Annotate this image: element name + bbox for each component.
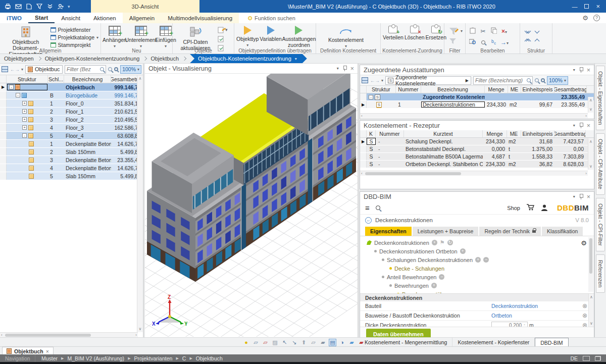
dbd-tree-node[interactable]: Schalungen Deckenkonstruktionen+− xyxy=(364,255,594,264)
side-tab-objekt-eigenschaften[interactable]: Objekt - Eigenschaften xyxy=(596,66,605,130)
table-layout-icon[interactable] xyxy=(362,76,368,84)
select-visible-icon[interactable]: ▱ xyxy=(252,339,260,346)
context-tab-3d-ansicht[interactable]: 3D-Ansicht xyxy=(91,0,199,13)
navigate-arrows-icon[interactable]: ←→ xyxy=(10,67,19,72)
keyboard-icon[interactable] xyxy=(583,356,590,361)
dbd-tree-node[interactable]: Anteil Bewehrungen− xyxy=(364,273,594,281)
ausstattungen-combo[interactable]: SZugeordnete Kostenelemente▶ xyxy=(385,76,471,85)
left-table-header[interactable]: Struktur Schl... Bezeichnung Gesamtbetra… xyxy=(0,75,143,83)
breadcrumb-active-tab[interactable]: Objektbuch-Kostenelementzuordnung▾ xyxy=(190,54,307,63)
clear-value-icon[interactable]: ⊗ xyxy=(581,302,589,309)
left-vertical-scrollbar[interactable]: ∧∨ xyxy=(137,75,143,332)
objektbuch-tree-row[interactable]: 2Slab 150mm5.499,89 xyxy=(0,148,143,156)
ersetzen-button[interactable]: ↻Ersetzen xyxy=(426,25,446,40)
rezeptur-row[interactable]: S-Ortbeton Deckenpl. Stahlbeton C30/37 D… xyxy=(360,161,594,168)
variablen-button[interactable]: Variablen xyxy=(260,25,282,42)
objekttyp-button[interactable]: Objekttyp▾ xyxy=(236,25,259,47)
light-icon[interactable]: ● xyxy=(242,339,250,346)
tab-multimodellvisualisierung[interactable]: Multimodellvisualisierung xyxy=(161,13,239,23)
objektbuch-tree-row[interactable]: 3Deckenplatte Beton 200mm23.355,49 xyxy=(0,156,143,164)
shop-link[interactable]: Shop xyxy=(507,205,520,211)
edit-page-icon[interactable]: ▾ xyxy=(217,27,228,34)
pin-icon[interactable] xyxy=(579,123,583,128)
dbd-tree-node[interactable]: Bewehrungen+ xyxy=(364,281,594,290)
tab-allgemein[interactable]: Allgemein xyxy=(123,13,162,23)
breadcrumb-item[interactable]: Objekttypen xyxy=(4,56,34,62)
dbd-tree-node[interactable]: Decke - Schalungen xyxy=(364,264,594,273)
dbd-tree-scrollbar[interactable] xyxy=(588,237,593,292)
contrast-icon[interactable]: ◑ xyxy=(338,339,346,346)
navigate-caret-icon[interactable]: ▾ xyxy=(21,67,23,72)
navigation-label[interactable]: Navigation xyxy=(0,354,35,362)
panel-menu-icon[interactable]: ▾ xyxy=(573,194,575,199)
copy-view-icon[interactable]: ▱ xyxy=(310,339,317,346)
unterelement-button[interactable]: + Unterelement▾ xyxy=(127,25,155,48)
verteilen-button[interactable]: +Verteilen xyxy=(383,25,403,40)
dbd-tree-node[interactable]: Deckenkonstruktionen+⚑↻ xyxy=(364,238,594,247)
objektbuch-tree-row[interactable]: +3Floor_2210.495,53 xyxy=(0,116,143,124)
close-panel-icon[interactable]: × xyxy=(587,67,590,74)
dbd-tab-klassifikation[interactable]: Klassifikation xyxy=(542,227,583,236)
ausstattungen-v-scrollbar[interactable]: ∧∨ xyxy=(588,97,593,113)
objektbuch-tree-row[interactable]: +1Floor_0351.834,18 xyxy=(0,99,143,108)
clear-value-icon[interactable]: ⊗ xyxy=(581,322,589,327)
zoom-next-icon[interactable]: ↘ xyxy=(290,339,298,346)
objektbuch-tree-row[interactable]: -BBürogebäude999.146,77 xyxy=(0,91,143,99)
tab-aktionen[interactable]: Aktionen xyxy=(87,13,123,23)
check-page-icon[interactable] xyxy=(217,36,228,43)
filter-icon[interactable] xyxy=(36,3,43,10)
property-value-link[interactable]: Ortbeton xyxy=(491,313,581,319)
ausstattungen-zuordnen-button[interactable]: Ausstattungen zuordnen xyxy=(283,25,315,48)
view-combo[interactable]: Objektbuc xyxy=(25,65,63,74)
bottom-tab-kostenelement-mengenermittlung[interactable]: Kostenelement - Mengenermittlung xyxy=(360,338,452,347)
pin-icon[interactable] xyxy=(579,194,583,199)
dbd-settings-gear-icon[interactable]: ⚙ xyxy=(581,239,587,247)
breadcrumb-item[interactable]: Objekttypen-Kostenelementzuordnung xyxy=(45,56,140,62)
zoom-in-icon[interactable] xyxy=(114,65,118,73)
tab-itwo[interactable]: iTWO xyxy=(0,13,28,23)
rezeptur-v-scrollbar[interactable]: ∧∨ xyxy=(588,138,593,170)
zoom-prev-icon[interactable]: ↖ xyxy=(281,339,288,346)
bottom-tab-kostenelement-kopierfenster[interactable]: Kostenelement - Kopierfenster xyxy=(452,338,535,347)
loeschen-button[interactable]: ×Löschen xyxy=(405,25,425,40)
stammprojekt-button[interactable]: Stammprojekt xyxy=(50,42,98,48)
filter-edit-icon[interactable]: ▾ xyxy=(449,28,458,36)
rezeptur-row[interactable]: S-Betonstabstahl Deckenpl.0,000t1.375,00… xyxy=(360,145,594,153)
property-row[interactable]: BauteilDeckenkonstruktion⊗ xyxy=(360,301,594,311)
mail-icon[interactable] xyxy=(15,3,22,10)
minimize-button[interactable]: — xyxy=(572,4,577,10)
objektbuch-tree-row[interactable]: -5Floor_463.608,81 xyxy=(0,132,143,140)
filter-search-icon[interactable] xyxy=(100,67,104,71)
table-layout-icon[interactable] xyxy=(2,65,8,73)
function-search[interactable]: Funktion suchen xyxy=(248,13,295,23)
settings-gear-icon[interactable]: ⚙ xyxy=(582,14,588,22)
projektfenster-button[interactable]: Projektfenster xyxy=(50,27,98,33)
help-icon[interactable]: ? xyxy=(593,15,600,21)
panel-menu-icon[interactable]: ▾ xyxy=(573,68,575,72)
path-segment[interactable]: Projektvarianten xyxy=(134,355,173,361)
side-tab-objekt-cpi-filter[interactable]: Objekt - CPI-Filter xyxy=(596,198,605,251)
dicke-input[interactable]: 0,200⌃ xyxy=(491,322,528,327)
user-icon[interactable] xyxy=(57,3,64,10)
dbd-tab-eigenschaften[interactable]: Eigenschaften xyxy=(365,227,412,236)
zoom-out-icon[interactable] xyxy=(535,76,539,84)
panel-menu-icon[interactable]: ▾ xyxy=(573,123,575,128)
filter-clear-icon[interactable] xyxy=(449,38,456,44)
pin-icon[interactable] xyxy=(343,66,346,71)
objektbuch-tree-row[interactable]: 4Deckenplatte Beton 200mm14.626,77 xyxy=(0,164,143,172)
solid-view-icon[interactable]: ▰ xyxy=(348,339,356,346)
dbd-tree-node[interactable]: Deckenkonstruktionen Ortbeton+ xyxy=(364,247,594,255)
close-panel-icon[interactable]: × xyxy=(587,193,590,200)
dbd-tree-node[interactable]: Bewehrungsstäbe xyxy=(364,290,594,293)
props-scrollbar[interactable]: ∧∨ xyxy=(588,294,594,327)
goto-icon[interactable]: →▾ xyxy=(500,39,508,46)
rezeptur-row[interactable]: ▶S-Schalung Deckenpl.234,330m231,687.423… xyxy=(360,138,594,145)
ausstattungen-table-header[interactable]: StrukturNummerBezeichnungMengeMEEinheits… xyxy=(360,86,594,93)
rezeptur-h-scrollbar[interactable]: ‹› xyxy=(360,171,588,176)
zoom-out-icon[interactable] xyxy=(108,65,112,73)
chart-mode-icon[interactable]: ▤ xyxy=(329,339,336,346)
tab-ansicht[interactable]: Ansicht xyxy=(55,13,87,23)
rename-icon[interactable]: bc xyxy=(490,39,497,45)
dbd-tab-regeln-der-technik[interactable]: Regeln der Technik xyxy=(479,227,541,236)
copy-icon[interactable] xyxy=(490,27,497,35)
